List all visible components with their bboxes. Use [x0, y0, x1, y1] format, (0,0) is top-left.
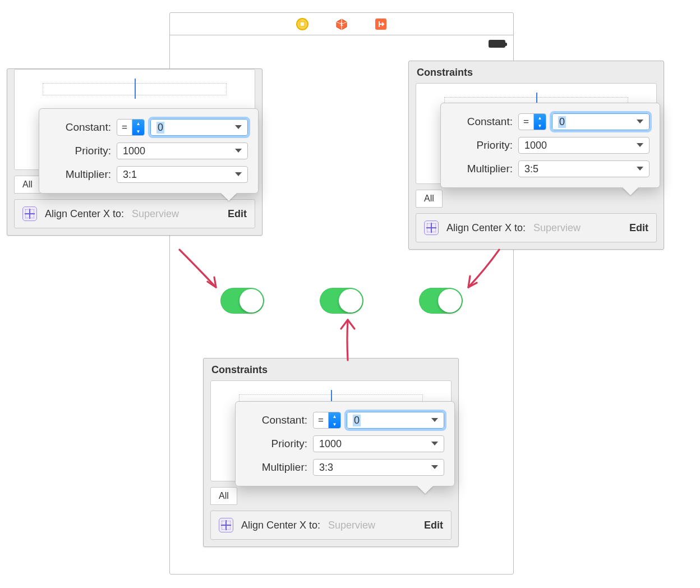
chevron-down-icon[interactable] [431, 465, 438, 469]
constraint-popover: Constant: = ▲▼ 0 Priority: 1000 Multipli… [235, 401, 455, 486]
battery-icon [489, 40, 505, 48]
multiplier-field[interactable]: 3:3 [313, 459, 444, 476]
constant-label: Constant: [49, 121, 111, 134]
priority-label: Priority: [49, 145, 111, 157]
chevron-down-icon[interactable] [637, 167, 643, 171]
constant-value: 0 [156, 122, 164, 134]
constraint-filter-tab[interactable]: All [210, 487, 237, 505]
switch-center[interactable] [320, 288, 363, 314]
relation-value: = [519, 116, 533, 127]
relation-value: = [117, 122, 132, 133]
chevron-down-icon[interactable] [431, 442, 438, 445]
priority-label: Priority: [246, 438, 307, 450]
relation-select[interactable]: = ▲▼ [117, 119, 145, 136]
constraint-popover: Constant: = ▲▼ 0 Priority: 1000 Multipli… [39, 108, 259, 194]
priority-field[interactable]: 1000 [117, 143, 248, 159]
multiplier-value: 3:3 [319, 462, 333, 474]
align-center-x-icon [219, 518, 233, 532]
constraint-popover: Constant: = ▲▼ 0 Priority: 1000 Multipli… [440, 103, 660, 188]
multiplier-value: 3:1 [123, 169, 137, 181]
chevron-down-icon[interactable] [431, 418, 438, 422]
relation-select[interactable]: = ▲▼ [518, 113, 546, 130]
constant-label: Constant: [451, 116, 513, 128]
cube-icon[interactable]: 1 [335, 17, 348, 31]
svg-text:1: 1 [340, 21, 343, 27]
constraint-filter-tab[interactable]: All [14, 176, 41, 194]
constraints-panel-right: Constraints All Align Center X to: Super… [408, 61, 664, 250]
chevron-down-icon[interactable] [235, 125, 242, 129]
multiplier-value: 3:5 [524, 163, 538, 175]
constraint-row[interactable]: Align Center X to: Superview Edit [14, 199, 255, 228]
constraints-panel-center: Constraints All Align Center X to: Super… [203, 358, 459, 547]
priority-field[interactable]: 1000 [313, 435, 444, 452]
constant-field[interactable]: 0 [347, 412, 444, 429]
constant-field[interactable]: 0 [552, 113, 650, 130]
priority-value: 1000 [319, 438, 342, 450]
constraint-target: Superview [132, 208, 179, 220]
constant-value: 0 [558, 116, 566, 128]
constraint-row[interactable]: Align Center X to: Superview Edit [210, 511, 452, 540]
guide-centerline [135, 79, 136, 99]
constraint-label: Align Center X to: [45, 208, 124, 220]
relation-value: = [314, 415, 328, 426]
chevron-down-icon[interactable] [235, 149, 242, 153]
relation-select[interactable]: = ▲▼ [313, 412, 341, 429]
annotation-arrow-right [454, 247, 510, 297]
constant-field[interactable]: 0 [150, 119, 248, 136]
constraint-row[interactable]: Align Center X to: Superview Edit [416, 213, 657, 242]
align-center-x-icon [424, 220, 439, 235]
constraints-panel-left: Constraints All Align Center X to: Super… [7, 68, 262, 236]
multiplier-field[interactable]: 3:5 [518, 160, 650, 177]
priority-field[interactable]: 1000 [518, 137, 650, 154]
device-topbar: 1 [170, 13, 513, 35]
constraint-target: Superview [533, 222, 581, 234]
status-bar [489, 40, 505, 48]
annotation-arrow-center [325, 314, 370, 365]
constraint-filter-tab[interactable]: All [416, 190, 443, 208]
multiplier-label: Multiplier: [246, 461, 307, 474]
align-center-x-icon [22, 206, 37, 221]
stepper-icon[interactable]: ▲▼ [533, 114, 546, 130]
exit-icon[interactable] [374, 17, 388, 31]
annotation-arrow-left [168, 247, 236, 297]
chevron-down-icon[interactable] [235, 172, 242, 176]
multiplier-field[interactable]: 3:1 [117, 166, 248, 183]
panel-title: Constraints [409, 61, 664, 83]
priority-value: 1000 [123, 145, 145, 157]
multiplier-label: Multiplier: [451, 163, 513, 175]
edit-button[interactable]: Edit [424, 520, 443, 531]
processor-icon[interactable] [296, 17, 309, 31]
edit-button[interactable]: Edit [228, 208, 247, 220]
chevron-down-icon[interactable] [637, 143, 643, 147]
constraint-target: Superview [328, 520, 375, 531]
constraint-label: Align Center X to: [241, 520, 320, 531]
chevron-down-icon[interactable] [637, 120, 643, 123]
priority-label: Priority: [451, 139, 513, 151]
constant-label: Constant: [246, 414, 307, 426]
priority-value: 1000 [524, 140, 547, 151]
constant-value: 0 [353, 415, 361, 426]
stepper-icon[interactable]: ▲▼ [328, 412, 340, 428]
multiplier-label: Multiplier: [49, 168, 111, 181]
constraint-label: Align Center X to: [446, 222, 526, 234]
svg-rect-1 [300, 22, 305, 26]
edit-button[interactable]: Edit [629, 222, 648, 234]
stepper-icon[interactable]: ▲▼ [132, 120, 144, 135]
